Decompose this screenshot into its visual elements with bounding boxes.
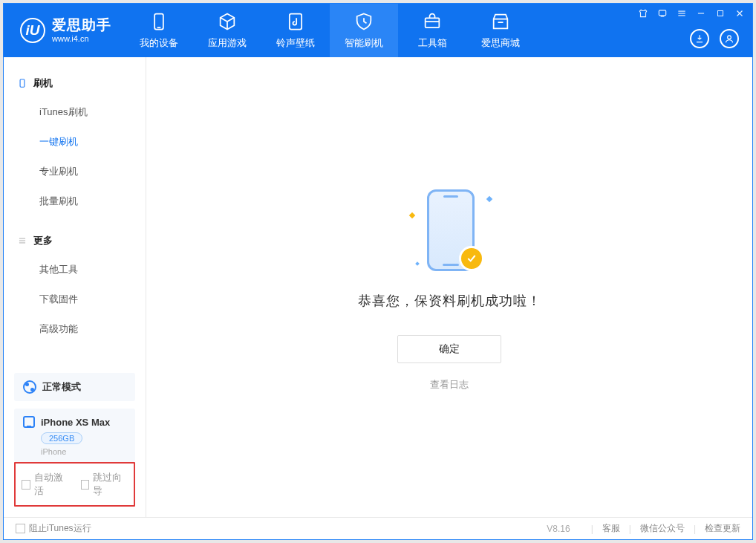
nav-label: 智能刷机	[345, 36, 383, 50]
version-label: V8.16	[547, 524, 570, 534]
device-name: iPhone XS Max	[41, 417, 110, 428]
checkbox-icon	[22, 480, 30, 490]
sidebar-item-oneclick-flash[interactable]: 一键刷机	[4, 127, 146, 157]
nav-label: 铃声壁纸	[276, 36, 315, 50]
svg-point-12	[728, 36, 731, 39]
svg-rect-9	[718, 11, 723, 16]
titlebar-controls	[638, 8, 745, 19]
checkbox-icon	[16, 524, 25, 533]
body: 刷机 iTunes刷机 一键刷机 专业刷机 批量刷机 更多 其他工具 下载固件 …	[4, 57, 752, 517]
feedback-icon[interactable]	[657, 8, 668, 19]
account-button[interactable]	[720, 29, 739, 48]
sidebar-bottom: 正常模式 iPhone XS Max 256GB iPhone 自动激活	[4, 373, 146, 517]
svg-rect-4	[659, 10, 665, 16]
footer-link-wechat[interactable]: 微信公众号	[640, 522, 685, 535]
ok-button[interactable]: 确定	[397, 335, 501, 363]
mode-label: 正常模式	[42, 380, 81, 394]
cube-icon	[217, 11, 238, 32]
sidebar-item-download-firmware[interactable]: 下载固件	[4, 284, 146, 314]
nav-label: 爱思商城	[481, 36, 520, 50]
store-icon	[490, 11, 511, 32]
sidebar-item-advanced[interactable]: 高级功能	[4, 314, 146, 344]
nav-tab-device[interactable]: 我的设备	[125, 4, 193, 57]
nav-tab-apps[interactable]: 应用游戏	[193, 4, 261, 57]
checkbox-label: 自动激活	[34, 471, 69, 498]
footer-link-update[interactable]: 检查更新	[705, 522, 740, 535]
svg-rect-13	[20, 79, 25, 88]
success-illustration	[394, 183, 505, 280]
view-log-link[interactable]: 查看日志	[430, 378, 469, 391]
nav-tab-store[interactable]: 爱思商城	[466, 4, 535, 57]
checkbox-auto-activate[interactable]: 自动激活	[22, 471, 69, 498]
sidebar: 刷机 iTunes刷机 一键刷机 专业刷机 批量刷机 更多 其他工具 下载固件 …	[4, 57, 146, 517]
device-small-icon	[23, 416, 35, 428]
logo-icon: iU	[20, 18, 45, 43]
main-content: 恭喜您，保资料刷机成功啦！ 确定 查看日志	[146, 57, 752, 517]
nav-tab-flash[interactable]: 智能刷机	[330, 4, 398, 57]
sidebar-item-itunes-flash[interactable]: iTunes刷机	[4, 97, 146, 127]
mode-icon	[23, 380, 36, 394]
checkbox-icon	[81, 480, 90, 490]
checkbox-label: 跳过向导	[93, 471, 128, 498]
sidebar-group-title: 刷机	[33, 77, 53, 90]
download-button[interactable]	[690, 29, 709, 48]
logo-text: 爱思助手 www.i4.cn	[52, 17, 111, 44]
capacity-badge: 256GB	[41, 432, 82, 444]
status-bar: 阻止iTunes运行 V8.16 | 客服 | 微信公众号 | 检查更新	[4, 517, 752, 539]
header-bar: iU 爱思助手 www.i4.cn 我的设备 应用游戏 铃声壁纸 智能刷机	[4, 4, 752, 57]
svg-rect-3	[426, 18, 440, 27]
nav-label: 工具箱	[418, 36, 447, 50]
checkbox-skip-guide[interactable]: 跳过向导	[81, 471, 128, 498]
svg-rect-2	[290, 14, 302, 30]
skin-icon[interactable]	[638, 8, 648, 19]
footer-link-support[interactable]: 客服	[602, 522, 620, 535]
highlighted-options: 自动激活 跳过向导	[14, 462, 135, 507]
app-window: iU 爱思助手 www.i4.cn 我的设备 应用游戏 铃声壁纸 智能刷机	[3, 3, 753, 540]
list-small-icon	[17, 235, 27, 246]
nav-label: 应用游戏	[208, 36, 247, 50]
sidebar-item-other-tools[interactable]: 其他工具	[4, 255, 146, 284]
device-type: iPhone	[41, 447, 126, 456]
sidebar-item-batch-flash[interactable]: 批量刷机	[4, 186, 146, 216]
mode-card[interactable]: 正常模式	[14, 373, 135, 401]
sidebar-group-more: 更多	[4, 227, 146, 255]
phone-small-icon	[17, 78, 27, 88]
sidebar-group-flash: 刷机	[4, 69, 146, 97]
logo-area: iU 爱思助手 www.i4.cn	[4, 17, 125, 44]
device-icon	[149, 11, 169, 32]
close-icon[interactable]	[734, 8, 745, 19]
app-subtitle: www.i4.cn	[52, 34, 111, 44]
nav-tabs: 我的设备 应用游戏 铃声壁纸 智能刷机 工具箱 爱思商城	[125, 4, 535, 57]
toolbox-icon	[422, 11, 443, 32]
menu-icon[interactable]	[677, 8, 687, 19]
maximize-icon[interactable]	[715, 8, 726, 19]
checkbox-block-itunes[interactable]: 阻止iTunes运行	[16, 522, 91, 535]
app-title: 爱思助手	[52, 17, 111, 34]
sidebar-scroll: 刷机 iTunes刷机 一键刷机 专业刷机 批量刷机 更多 其他工具 下载固件 …	[4, 57, 146, 373]
header-right-actions	[690, 29, 739, 48]
nav-tab-toolbox[interactable]: 工具箱	[398, 4, 466, 57]
nav-label: 我的设备	[140, 36, 178, 50]
minimize-icon[interactable]	[696, 8, 706, 19]
shield-icon	[353, 11, 374, 32]
sidebar-item-pro-flash[interactable]: 专业刷机	[4, 157, 146, 186]
success-message: 恭喜您，保资料刷机成功啦！	[358, 292, 541, 310]
sidebar-group-title: 更多	[33, 234, 53, 247]
device-card[interactable]: iPhone XS Max 256GB iPhone	[14, 409, 135, 462]
nav-tab-ringtones[interactable]: 铃声壁纸	[261, 4, 330, 57]
check-badge-icon	[459, 246, 484, 271]
music-icon	[285, 11, 306, 32]
checkbox-label: 阻止iTunes运行	[29, 522, 91, 535]
